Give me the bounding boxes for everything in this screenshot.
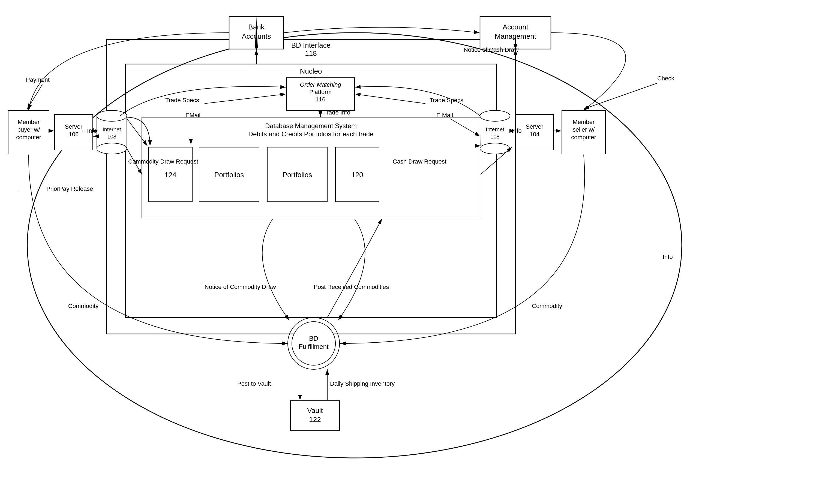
email-right-label: E Mail [437, 112, 453, 119]
server104-label1: Server [526, 123, 544, 130]
vault-label2: 122 [309, 415, 321, 424]
email-left-label: EMail [185, 112, 200, 119]
member-seller-label1: Member [573, 119, 595, 125]
internet108-left-label1: Internet [103, 126, 121, 132]
priorpay-release-label: PriorPay Release [46, 185, 93, 192]
daily-shipping-inv-label: Daily Shipping Inventory [330, 380, 394, 387]
payment-label: Payment [26, 76, 50, 83]
notice-commodity-draw-label: Notice of Commodity Draw [204, 283, 276, 290]
portfolios-2-label: Portfolios [282, 171, 312, 179]
bd-fulfillment-label1: BD [309, 335, 318, 342]
bd-interface-number: 118 [305, 49, 317, 58]
post-to-vault-label: Post to Vault [237, 380, 271, 387]
omp-label1: Order Matching [300, 81, 341, 88]
commodity-left-label: Commodity [68, 303, 98, 309]
commodity-right-label: Commodity [532, 303, 562, 309]
omp-number: 116 [315, 96, 326, 103]
svg-point-16 [97, 143, 127, 154]
dbms-sublabel: Debits and Credits Portfolios for each t… [248, 130, 373, 138]
diagram-svg: BD Interface 118 Nucleo 100 Database Man… [0, 0, 816, 504]
notice-cash-draw-label: Notice of Cash Draw [464, 46, 519, 53]
bd-fulfillment-label2: Fulfillment [299, 343, 329, 350]
info-detected-label: Info [663, 253, 673, 260]
omp-label2: Platform [309, 89, 332, 95]
server104-label2: 104 [530, 131, 540, 138]
internet108-left-label2: 108 [107, 134, 116, 140]
member-buyer-label2: buyer w/ [17, 126, 40, 133]
trade-info-label: Trade Info [323, 109, 350, 116]
box-124-label: 124 [164, 171, 176, 179]
internet108-right-label2: 108 [490, 134, 499, 140]
svg-point-18 [480, 110, 510, 121]
vault-label1: Vault [307, 406, 323, 415]
member-seller-label3: computer [571, 134, 596, 141]
commodity-draw-req-label: Commodity Draw Request [128, 158, 198, 165]
nucleo-label: Nucleo [300, 67, 322, 75]
dbms-label: Database Management System [265, 122, 357, 129]
server106-label2: 106 [69, 131, 79, 138]
bd-interface-label: BD Interface [291, 41, 331, 49]
svg-point-15 [97, 110, 127, 121]
server106-label1: Server [65, 123, 83, 130]
account-mgmt-label1: Account [503, 23, 529, 31]
internet108-right-label1: Internet [486, 126, 504, 132]
post-received-comm-label: Post Received Commodities [314, 283, 389, 290]
portfolios-1-label: Portfolios [214, 171, 244, 179]
member-seller-label2: seller w/ [573, 126, 595, 133]
member-buyer-label3: computer [16, 134, 41, 141]
svg-rect-0 [0, 0, 816, 504]
member-buyer-label1: Member [18, 119, 40, 125]
svg-point-19 [480, 143, 510, 154]
cash-draw-req-label: Cash Draw Request [393, 158, 447, 165]
check-label: Check [657, 75, 675, 82]
trade-specs-left-label: Trade Specs [165, 97, 199, 104]
box-120-label: 120 [351, 171, 363, 179]
